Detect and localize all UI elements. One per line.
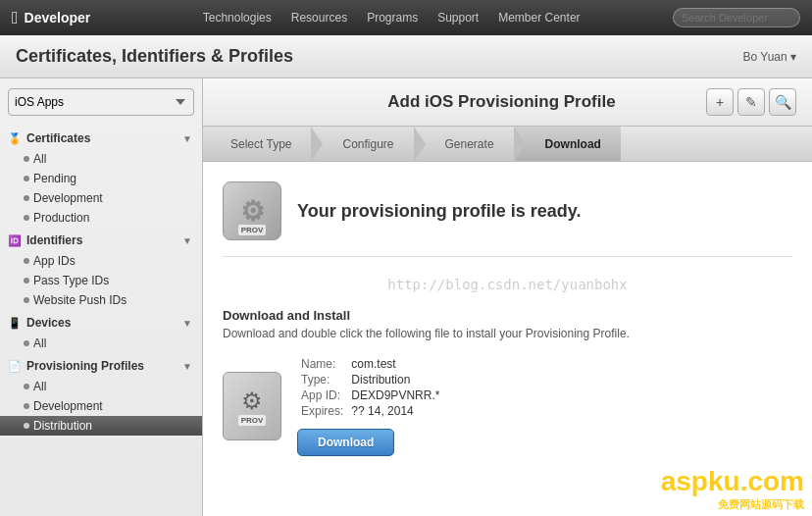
top-nav-links: Technologies Resources Programs Support … xyxy=(110,11,673,25)
top-nav-right xyxy=(673,8,800,27)
devices-chevron-icon: ▼ xyxy=(182,318,192,329)
provisioning-icon: 📄 xyxy=(8,360,22,373)
nav-support[interactable]: Support xyxy=(437,11,479,25)
type-label: Type: xyxy=(297,372,347,387)
watermark-sub: 免费网站源码下载 xyxy=(661,497,804,512)
prov-label-medium: PROV xyxy=(238,415,267,426)
sidebar-item-devices-all[interactable]: All xyxy=(0,334,202,353)
step-generate[interactable]: Generate xyxy=(414,127,514,161)
apple-logo-icon:  xyxy=(12,8,19,28)
step-download[interactable]: Download xyxy=(514,127,621,161)
top-navigation:  Developer Technologies Resources Progr… xyxy=(0,0,812,35)
sidebar-item-cert-all[interactable]: All xyxy=(0,149,202,169)
sidebar-item-website-push-ids[interactable]: Website Push IDs xyxy=(0,290,202,310)
platform-select[interactable]: iOS Apps xyxy=(8,88,194,116)
header-bar: Certificates, Identifiers & Profiles Bo … xyxy=(0,35,812,78)
identifiers-chevron-icon: ▼ xyxy=(182,235,192,246)
download-section-title: Download and Install xyxy=(223,308,792,323)
identifiers-icon: 🆔 xyxy=(8,234,22,247)
devices-icon: 📱 xyxy=(8,317,22,330)
name-label: Name: xyxy=(297,356,347,372)
steps-bar: Select Type Configure Generate Download xyxy=(203,127,812,162)
sidebar-section-devices[interactable]: 📱 Devices ▼ xyxy=(0,310,202,334)
search-icon: 🔍 xyxy=(775,94,791,110)
type-value: Distribution xyxy=(347,372,443,387)
sidebar-item-profile-all[interactable]: All xyxy=(0,377,202,396)
sidebar-section-provisioning[interactable]: 📄 Provisioning Profiles ▼ xyxy=(0,353,202,377)
edit-button[interactable]: ✎ xyxy=(737,88,765,116)
sidebar-section-certificates[interactable]: 🏅 Certificates ▼ xyxy=(0,126,202,149)
content-title: Add iOS Provisioning Profile xyxy=(297,92,706,112)
search-button[interactable]: 🔍 xyxy=(769,88,796,116)
add-button[interactable]: + xyxy=(706,88,734,116)
nav-technologies[interactable]: Technologies xyxy=(203,11,272,25)
watermark-main: asp xyxy=(661,466,708,496)
provisioning-chevron-icon: ▼ xyxy=(182,361,192,372)
profile-details: Name: com.test Type: Distribution App ID… xyxy=(297,356,443,456)
page-title: Certificates, Identifiers & Profiles xyxy=(16,46,293,67)
app-id-label: App ID: xyxy=(297,387,347,403)
watermark-text: http://blog.csdn.net/yuanbohx xyxy=(223,277,792,292)
nav-resources[interactable]: Resources xyxy=(291,11,347,25)
nav-member-center[interactable]: Member Center xyxy=(498,11,580,25)
step-configure[interactable]: Configure xyxy=(311,127,413,161)
download-section: Download and Install Download and double… xyxy=(223,308,792,456)
content-body: ⚙ PROV Your provisioning profile is read… xyxy=(203,162,812,516)
sidebar-item-profile-development[interactable]: Development xyxy=(0,396,202,416)
bottom-watermark: aspku.com 免费网站源码下载 xyxy=(653,462,812,516)
sidebar-section-identifiers[interactable]: 🆔 Identifiers ▼ xyxy=(0,228,202,251)
main-layout: iOS Apps 🏅 Certificates ▼ All Pending De… xyxy=(0,78,812,516)
prov-label: PROV xyxy=(238,225,267,235)
ready-message: Your provisioning profile is ready. xyxy=(297,201,581,222)
search-input[interactable] xyxy=(673,8,800,27)
expires-label: Expires: xyxy=(297,403,347,419)
sidebar: iOS Apps 🏅 Certificates ▼ All Pending De… xyxy=(0,78,203,516)
sidebar-item-cert-production[interactable]: Production xyxy=(0,208,202,228)
sidebar-item-app-ids[interactable]: App IDs xyxy=(0,251,202,271)
ready-section: ⚙ PROV Your provisioning profile is read… xyxy=(223,181,792,257)
platform-dropdown-container[interactable]: iOS Apps xyxy=(8,88,194,116)
download-button[interactable]: Download xyxy=(297,429,394,456)
devices-title: 📱 Devices xyxy=(8,316,71,330)
sidebar-item-pass-type-ids[interactable]: Pass Type IDs xyxy=(0,271,202,290)
certificates-chevron-icon: ▼ xyxy=(182,133,192,144)
certificates-icon: 🏅 xyxy=(8,132,22,145)
logo:  Developer xyxy=(12,8,90,28)
download-section-desc: Download and double click the following … xyxy=(223,327,792,340)
gear-icon-medium: ⚙ xyxy=(241,387,263,415)
app-id-value: DEXD9PVNRR.* xyxy=(347,387,443,403)
nav-programs[interactable]: Programs xyxy=(367,11,418,25)
expires-value: ?? 14, 2014 xyxy=(347,403,443,419)
watermark-highlight: ku xyxy=(708,466,740,496)
sidebar-item-cert-development[interactable]: Development xyxy=(0,188,202,208)
gear-icon: ⚙ xyxy=(240,195,265,228)
provisioning-icon-medium: ⚙ PROV xyxy=(223,372,281,440)
provisioning-icon-large: ⚙ PROV xyxy=(223,181,281,240)
certificates-title: 🏅 Certificates xyxy=(8,131,90,145)
content-area: Add iOS Provisioning Profile + ✎ 🔍 Selec… xyxy=(203,78,812,516)
sidebar-item-profile-distribution[interactable]: Distribution xyxy=(0,416,202,436)
profile-card: ⚙ PROV Name: com.test Type: Distribution xyxy=(223,356,792,456)
user-menu[interactable]: Bo Yuan ▾ xyxy=(743,50,797,64)
sidebar-item-cert-pending[interactable]: Pending xyxy=(0,169,202,188)
logo-text: Developer xyxy=(25,10,91,26)
step-select-type[interactable]: Select Type xyxy=(203,127,311,161)
content-header: Add iOS Provisioning Profile + ✎ 🔍 xyxy=(203,78,812,127)
header-actions: + ✎ 🔍 xyxy=(706,88,796,116)
identifiers-title: 🆔 Identifiers xyxy=(8,233,82,247)
provisioning-title: 📄 Provisioning Profiles xyxy=(8,359,144,373)
name-value: com.test xyxy=(347,356,443,372)
watermark-dot-com: .com xyxy=(740,466,804,496)
